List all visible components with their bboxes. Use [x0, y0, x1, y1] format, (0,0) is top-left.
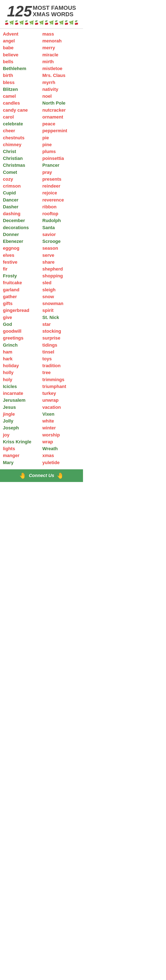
left-word-item: manger — [2, 452, 41, 459]
holly-leaf3: 🌿 — [29, 21, 34, 25]
left-word-item: Cupid — [2, 189, 41, 196]
left-word-item: gingerbread — [2, 307, 41, 314]
right-word-item: surprise — [41, 334, 81, 341]
left-word-item: Grinch — [2, 342, 41, 348]
right-word-item: snow — [41, 293, 81, 300]
left-word-item: chestnuts — [2, 134, 41, 141]
left-word-item: give — [2, 314, 41, 321]
right-word-item: noel — [41, 93, 81, 100]
left-word-column: AdventangelbabebelievebellsBethlehembirt… — [2, 30, 41, 466]
right-word-item: pine — [41, 141, 81, 148]
left-word-item: lights — [2, 445, 41, 452]
right-word-item: peace — [41, 120, 81, 127]
header-text-block: MOST FAMOUS XMAS WORDS — [33, 5, 76, 18]
holly-leaf2: 🌿 — [19, 21, 24, 25]
left-word-item: Christmas — [2, 162, 41, 169]
left-word-item: cheer — [2, 127, 41, 134]
right-word-item: winter — [41, 425, 81, 431]
right-word-item: poinsettia — [41, 155, 81, 162]
left-word-item: fruitcake — [2, 279, 41, 286]
right-word-item: spirit — [41, 307, 81, 314]
left-word-item: Mary — [2, 459, 41, 466]
right-word-item: pray — [41, 169, 81, 176]
left-word-item: festive — [2, 259, 41, 266]
left-word-item: holiday — [2, 362, 41, 369]
holly-berry4: 🍒 — [44, 21, 49, 25]
left-word-item: Jesus — [2, 404, 41, 410]
right-word-item: myrrh — [41, 79, 81, 86]
right-word-item: plums — [41, 148, 81, 155]
right-word-item: St. Nick — [41, 314, 81, 321]
right-word-item: peppermint — [41, 127, 81, 134]
right-word-item: rooftop — [41, 210, 81, 217]
holly-icon: 🍒 — [4, 21, 9, 25]
right-word-item: white — [41, 418, 81, 425]
right-word-column: massmenorahmerrymiraclemirthmistletoeMrs… — [41, 30, 81, 466]
left-word-item: cozy — [2, 176, 41, 183]
left-word-item: December — [2, 217, 41, 224]
right-word-item: tidings — [41, 342, 81, 348]
left-word-item: bless — [2, 79, 41, 86]
right-word-item: triumphant — [41, 383, 81, 390]
right-word-item: tradition — [41, 362, 81, 369]
right-word-item: menorah — [41, 37, 81, 44]
right-word-item: mass — [41, 30, 81, 37]
left-word-item: holly — [2, 369, 41, 376]
left-word-item: Frosty — [2, 272, 41, 279]
left-word-item: Dancer — [2, 197, 41, 204]
holly-berry2: 🍒 — [24, 21, 29, 25]
right-word-item: yuletide — [41, 459, 81, 466]
holly-leaf: 🌿 — [9, 21, 14, 25]
right-word-item: miracle — [41, 51, 81, 58]
left-word-item: greetings — [2, 334, 41, 341]
left-word-item: Christ — [2, 148, 41, 155]
left-word-item: garland — [2, 286, 41, 293]
right-word-item: rejoice — [41, 189, 81, 196]
right-word-item: share — [41, 259, 81, 266]
left-word-item: incarnate — [2, 390, 41, 397]
left-word-item: believe — [2, 51, 41, 58]
left-word-item: decorations — [2, 224, 41, 231]
left-word-item: hark — [2, 355, 41, 362]
footer: 🤚 Connect Us 🤚 — [0, 469, 83, 482]
left-word-item: Advent — [2, 30, 41, 37]
left-word-item: gather — [2, 293, 41, 300]
right-word-item: season — [41, 245, 81, 251]
right-word-item: presents — [41, 176, 81, 183]
left-word-item: Jolly — [2, 418, 41, 425]
left-word-item: babe — [2, 44, 41, 51]
left-word-item: Comet — [2, 169, 41, 176]
footer-label: Connect Us — [29, 473, 54, 478]
right-word-item: nutcracker — [41, 107, 81, 113]
holly-berry5: 🍒 — [54, 21, 59, 25]
left-word-item: Joseph — [2, 425, 41, 431]
left-word-item: camel — [2, 93, 41, 100]
right-word-item: star — [41, 321, 81, 328]
left-word-item: Ebenezer — [2, 238, 41, 245]
right-word-item: savior — [41, 231, 81, 238]
left-word-item: angel — [2, 37, 41, 44]
page-container: 125 MOST FAMOUS XMAS WORDS 🍒 🌿 🍒 🌿 🍒 🌿 🍒… — [0, 0, 83, 482]
left-word-item: candy cane — [2, 107, 41, 113]
right-word-item: ornament — [41, 113, 81, 120]
left-word-item: elves — [2, 252, 41, 259]
left-word-item: Dasher — [2, 204, 41, 210]
left-word-item: Christian — [2, 155, 41, 162]
left-word-item: Icicles — [2, 383, 41, 390]
left-word-item: jingle — [2, 410, 41, 418]
holly-leaf6: 🌿 — [59, 21, 64, 25]
left-word-item: chimney — [2, 141, 41, 148]
right-word-item: Prancer — [41, 162, 81, 169]
right-word-item: Mrs. Claus — [41, 72, 81, 79]
right-word-item: Scrooge — [41, 238, 81, 245]
right-word-item: merry — [41, 44, 81, 51]
right-word-item: pie — [41, 134, 81, 141]
right-word-item: toys — [41, 355, 81, 362]
right-word-item: sleigh — [41, 286, 81, 293]
right-word-item: xmas — [41, 452, 81, 459]
left-word-item: Blitzen — [2, 86, 41, 93]
right-word-item: unwrap — [41, 397, 81, 404]
left-word-item: holy — [2, 376, 41, 383]
right-word-item: tinsel — [41, 348, 81, 355]
left-word-item: carol — [2, 113, 41, 120]
